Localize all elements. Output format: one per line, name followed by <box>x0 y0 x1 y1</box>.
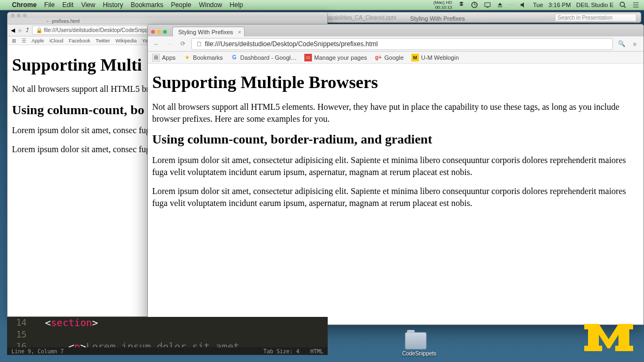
menu-help[interactable]: Help <box>230 1 243 9</box>
dropbox-icon[interactable] <box>458 1 465 9</box>
menu-icon[interactable]: ≡ <box>630 40 639 48</box>
editor-statusbar: Line 9, Column 7 Tab Size: 4 HTML <box>7 347 328 355</box>
display-icon[interactable] <box>484 1 491 9</box>
bk-google[interactable]: g+Google <box>374 54 403 61</box>
bk-dashboard[interactable]: GDashboard - Googl… <box>230 54 297 61</box>
page-p3: Lorem ipsum dolor sit amet, consectetur … <box>152 185 639 209</box>
address-bar[interactable]: 🗋 file:///Users/deilstudioe/Desktop/Code… <box>191 38 613 50</box>
back-button[interactable]: ◀ <box>11 27 15 33</box>
fwd-button[interactable]: ▶ <box>18 27 23 33</box>
menu-history[interactable]: History <box>103 1 123 9</box>
bk-weblogin[interactable]: MU-M Weblogin <box>411 54 459 61</box>
editor-gutter: 14 15 16 <box>7 317 30 347</box>
dock-label: CodeSnippets <box>402 351 429 357</box>
sync-icon[interactable] <box>471 1 478 9</box>
folder-icon <box>405 332 427 349</box>
mac-menubar: Chrome File Edit View History Bookmarks … <box>0 0 644 10</box>
app-menu[interactable]: Chrome <box>12 1 36 9</box>
bk-facebook[interactable]: Facebook <box>69 38 91 43</box>
traffic-lights-front[interactable] <box>151 30 167 34</box>
menubar-day[interactable]: Tue <box>533 2 543 8</box>
svg-line-4 <box>624 6 626 8</box>
bookmark-bar: ⊞Apps ★Bookmarks GDashboard - Googl… ▭Ma… <box>148 52 643 64</box>
bk-apps[interactable]: ⊞Apps <box>152 54 176 61</box>
drive-status: (Mac) HD 00:10:13 <box>434 0 452 10</box>
list-icon[interactable]: ☰ <box>22 38 26 43</box>
menu-bookmarks[interactable]: Bookmarks <box>131 1 164 9</box>
menu-file[interactable]: File <box>44 1 54 9</box>
wifi-off-icon[interactable]: ⋯ <box>509 2 515 9</box>
menu-edit[interactable]: Edit <box>62 1 74 9</box>
menubar-user[interactable]: DEIL Studio E <box>576 2 614 8</box>
dock-folder[interactable]: CodeSnippets <box>402 332 429 357</box>
page-content: Supporting Multiple Browsers Not all bro… <box>148 64 643 324</box>
status-position: Line 9, Column 7 <box>11 348 64 354</box>
svg-rect-2 <box>486 7 489 8</box>
traffic-lights-back[interactable] <box>11 14 27 17</box>
share-icon[interactable]: ⤴ <box>26 27 29 33</box>
forward-button[interactable]: → <box>165 40 174 48</box>
zoom-icon[interactable]: 🔍 <box>617 40 626 48</box>
svg-rect-1 <box>485 3 490 7</box>
back-button[interactable]: ← <box>152 40 161 48</box>
michigan-logo <box>582 319 636 357</box>
bk-wikipedia[interactable]: Wikipedia <box>116 38 137 43</box>
menu-window[interactable]: Window <box>199 1 222 9</box>
reload-button[interactable]: ⟳ <box>178 40 187 48</box>
status-tabsize[interactable]: Tab Size: 4 <box>264 348 299 354</box>
browser-tab[interactable]: Styling With Prefixes <box>172 27 245 36</box>
grid-icon[interactable]: ⊞ <box>12 38 16 43</box>
menu-view[interactable]: View <box>81 1 95 9</box>
spotlight-icon[interactable] <box>619 1 627 9</box>
svg-point-3 <box>620 2 624 7</box>
code-editor[interactable]: 14 15 16 <section> <p>Lorem ipsum dolor … <box>7 317 328 355</box>
page-h1: Supporting Multiple Browsers <box>152 72 639 92</box>
bk-twitter[interactable]: Twitter <box>96 38 110 43</box>
bk-icloud[interactable]: iCloud <box>49 38 64 43</box>
eject-icon[interactable] <box>497 2 503 8</box>
volume-icon[interactable] <box>520 2 528 8</box>
menu-people[interactable]: People <box>171 1 191 9</box>
page-h2: Using column-count, border-radium, and g… <box>152 132 639 147</box>
page-p2: Lorem ipsum dolor sit amet, consectetur … <box>152 154 639 178</box>
bk-bookmarks[interactable]: ★Bookmarks <box>183 54 223 61</box>
notifications-icon[interactable] <box>632 1 640 9</box>
page-p1: Not all browsers support all HTML5 eleme… <box>152 101 639 124</box>
page-icon: 🗋 <box>196 40 203 48</box>
chrome-window-front[interactable]: Styling With Prefixes ← → ⟳ 🗋 file:///Us… <box>147 24 644 325</box>
status-language[interactable]: HTML <box>310 348 323 354</box>
bk-apple[interactable]: Apple <box>32 38 44 43</box>
bk-manage[interactable]: ▭Manage your pages <box>304 54 367 61</box>
